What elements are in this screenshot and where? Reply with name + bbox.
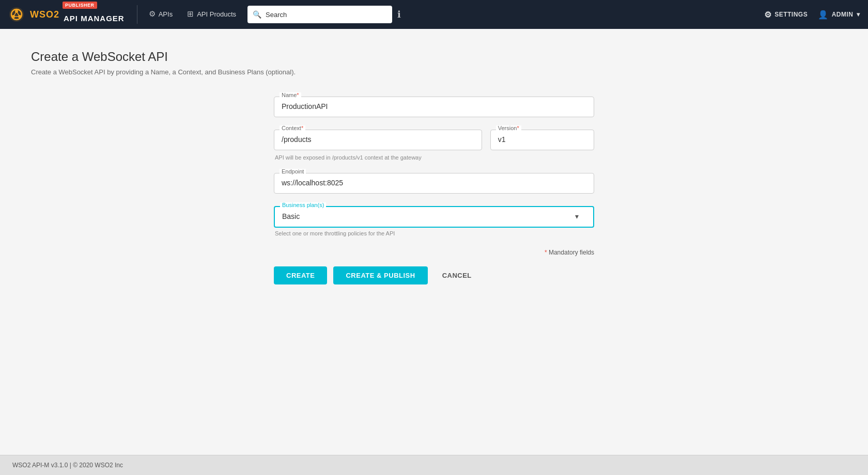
footer: WSO2 API-M v3.1.0 | © 2020 WSO2 Inc — [0, 455, 868, 475]
context-label: Context* — [280, 125, 305, 131]
footer-text: WSO2 API-M v3.1.0 | © 2020 WSO2 Inc — [12, 462, 123, 469]
mandatory-star: * — [545, 249, 547, 256]
nav-item-apis[interactable]: ⚙ APIs — [142, 0, 180, 29]
context-field-group: Context* — [274, 130, 482, 150]
nav-item-apis-label: APIs — [159, 10, 173, 18]
endpoint-field-wrapper: Endpoint — [274, 173, 594, 194]
name-field-group: Name* — [274, 97, 594, 117]
version-field-wrapper: Version* — [490, 130, 594, 150]
create-button[interactable]: CREATE — [274, 266, 327, 284]
api-products-icon: ⊞ — [187, 9, 194, 19]
context-field-wrapper: Context* — [274, 130, 482, 150]
endpoint-input[interactable] — [282, 178, 586, 188]
publisher-badge: PUBLISHER — [63, 2, 97, 9]
version-field-group: Version* — [490, 130, 594, 150]
settings-label: SETTINGS — [774, 11, 808, 18]
search-icon: 🔍 — [253, 10, 261, 19]
nav-item-api-products-label: API Products — [197, 10, 236, 18]
business-plans-select[interactable]: Basic Gold Silver Unlimited — [282, 211, 586, 221]
name-field-wrapper: Name* — [274, 97, 594, 117]
context-version-group: Context* Version* API will be exposed in… — [274, 130, 594, 161]
admin-link[interactable]: 👤 ADMIN ▾ — [818, 10, 860, 20]
main-content: Create a WebSocket API Create a WebSocke… — [0, 29, 868, 455]
search-bar: 🔍 — [247, 6, 392, 23]
navbar-right: ⚙ SETTINGS 👤 ADMIN ▾ — [764, 10, 860, 20]
wso2-logo-icon — [8, 6, 25, 23]
endpoint-field-group: Endpoint — [274, 173, 594, 194]
button-row: CREATE CREATE & PUBLISH CANCEL — [274, 266, 594, 284]
name-input[interactable] — [282, 101, 586, 112]
user-icon: 👤 — [818, 10, 829, 20]
search-input[interactable] — [266, 11, 387, 19]
name-label: Name* — [280, 92, 301, 98]
cancel-button[interactable]: CANCEL — [434, 266, 480, 284]
business-plans-hint: Select one or more throttling policies f… — [274, 230, 594, 236]
form-container: Name* Context* — [274, 97, 594, 284]
apis-icon: ⚙ — [149, 9, 156, 19]
context-version-row: Context* Version* — [274, 130, 594, 150]
chevron-down-icon: ▾ — [857, 11, 860, 18]
business-plans-field-wrapper: Business plan(s) Basic Gold Silver Unlim… — [274, 206, 594, 228]
page-title: Create a WebSocket API — [31, 50, 837, 64]
context-hint: API will be exposed in /products/v1 cont… — [274, 154, 594, 161]
navbar: WSO2 PUBLISHER API MANAGER ⚙ APIs ⊞ API … — [0, 0, 868, 29]
business-plans-label: Business plan(s) — [280, 202, 326, 208]
logo: WSO2 PUBLISHER API MANAGER — [8, 6, 125, 23]
mandatory-text: Mandatory fields — [549, 249, 594, 256]
info-icon[interactable]: ℹ — [397, 9, 401, 20]
endpoint-label: Endpoint — [280, 169, 306, 175]
api-manager-text: API MANAGER — [64, 14, 125, 23]
business-plans-select-wrapper: Basic Gold Silver Unlimited ▾ — [282, 211, 586, 221]
gear-icon: ⚙ — [764, 10, 772, 20]
mandatory-note: * Mandatory fields — [274, 249, 594, 256]
business-plans-field-group: Business plan(s) Basic Gold Silver Unlim… — [274, 206, 594, 236]
context-input[interactable] — [282, 134, 474, 145]
nav-divider — [137, 5, 137, 24]
settings-link[interactable]: ⚙ SETTINGS — [764, 10, 808, 20]
version-input[interactable] — [498, 134, 586, 145]
admin-label: ADMIN — [832, 11, 854, 18]
version-label: Version* — [496, 125, 521, 131]
wso2-text: WSO2 — [30, 9, 59, 20]
create-publish-button[interactable]: CREATE & PUBLISH — [333, 266, 427, 284]
nav-item-api-products[interactable]: ⊞ API Products — [180, 0, 243, 29]
page-subtitle: Create a WebSocket API by providing a Na… — [31, 68, 837, 76]
